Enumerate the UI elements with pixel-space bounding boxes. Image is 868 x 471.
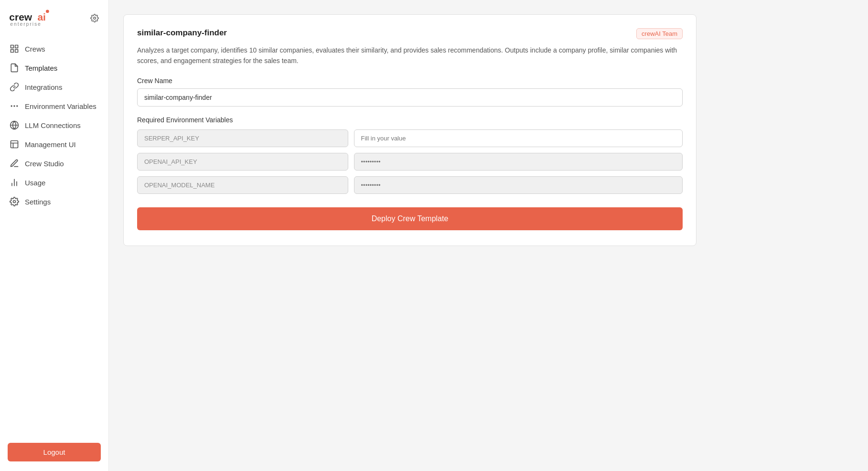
svg-rect-7 bbox=[11, 50, 14, 53]
sidebar-item-templates[interactable]: Templates bbox=[0, 58, 108, 77]
llm-icon bbox=[10, 120, 19, 130]
templates-icon bbox=[10, 63, 19, 73]
management-icon bbox=[10, 139, 19, 149]
env-vars-icon bbox=[10, 101, 19, 111]
usage-icon bbox=[10, 178, 19, 187]
sidebar-item-env-vars-label: Environment Variables bbox=[25, 102, 96, 110]
svg-point-11 bbox=[11, 106, 12, 107]
sidebar-item-usage-label: Usage bbox=[25, 179, 45, 187]
env-row-serper bbox=[137, 129, 683, 147]
crews-icon bbox=[10, 44, 19, 54]
svg-point-20 bbox=[13, 201, 16, 203]
card-description: Analyzes a target company, identifies 10… bbox=[137, 45, 683, 66]
template-card: similar-company-finder crewAI Team Analy… bbox=[123, 14, 697, 246]
env-vars-label: Required Environment Variables bbox=[137, 116, 683, 124]
sidebar-item-crews-label: Crews bbox=[25, 45, 45, 53]
card-title: similar-company-finder bbox=[137, 28, 227, 38]
svg-rect-6 bbox=[15, 45, 18, 48]
sidebar-item-crew-studio-label: Crew Studio bbox=[25, 160, 64, 168]
sidebar-item-management[interactable]: Management UI bbox=[0, 135, 108, 154]
settings-nav-icon bbox=[10, 197, 19, 206]
svg-text:ai: ai bbox=[37, 11, 45, 22]
sidebar-item-integrations[interactable]: Integrations bbox=[0, 77, 108, 96]
sidebar-item-llm-label: LLM Connections bbox=[25, 121, 81, 129]
sidebar-item-crews[interactable]: Crews bbox=[0, 39, 108, 58]
crew-name-label: Crew Name bbox=[137, 77, 683, 85]
sidebar-item-templates-label: Templates bbox=[25, 64, 57, 72]
svg-point-10 bbox=[17, 106, 18, 107]
sidebar-item-usage[interactable]: Usage bbox=[0, 173, 108, 192]
main-content: similar-company-finder crewAI Team Analy… bbox=[109, 0, 868, 471]
env-row-openai-key bbox=[137, 153, 683, 171]
svg-point-2 bbox=[46, 10, 49, 13]
env-vars-section: Required Environment Variables bbox=[137, 116, 683, 194]
crewai-logo: crew ai enterprise bbox=[8, 9, 75, 28]
integrations-icon bbox=[10, 82, 19, 92]
env-key-openai-key bbox=[137, 153, 348, 171]
sidebar-footer: Logout bbox=[0, 433, 108, 471]
crew-name-section: Crew Name bbox=[137, 77, 683, 107]
settings-gear-button[interactable] bbox=[88, 12, 101, 24]
card-header: similar-company-finder crewAI Team bbox=[137, 28, 683, 39]
sidebar-item-llm[interactable]: LLM Connections bbox=[0, 116, 108, 135]
deploy-button[interactable]: Deploy Crew Template bbox=[137, 207, 683, 230]
env-value-serper[interactable] bbox=[354, 129, 683, 147]
sidebar-nav: Crews Templates Integrations bbox=[0, 35, 108, 433]
crew-name-input[interactable] bbox=[137, 88, 683, 107]
svg-rect-14 bbox=[11, 141, 18, 148]
svg-text:enterprise: enterprise bbox=[10, 21, 42, 27]
sidebar: crew ai enterprise Crews bbox=[0, 0, 109, 471]
sidebar-item-integrations-label: Integrations bbox=[25, 83, 62, 91]
sidebar-logo-area: crew ai enterprise bbox=[0, 0, 108, 35]
svg-point-4 bbox=[94, 17, 96, 20]
sidebar-item-management-label: Management UI bbox=[25, 140, 76, 149]
studio-icon bbox=[10, 159, 19, 168]
env-key-serper bbox=[137, 129, 348, 147]
env-key-openai-model bbox=[137, 176, 348, 194]
gear-icon bbox=[90, 14, 99, 22]
sidebar-item-crew-studio[interactable]: Crew Studio bbox=[0, 154, 108, 173]
sidebar-item-settings[interactable]: Settings bbox=[0, 192, 108, 211]
env-value-openai-key bbox=[354, 153, 683, 171]
team-badge: crewAI Team bbox=[636, 28, 683, 39]
env-value-openai-model bbox=[354, 176, 683, 194]
svg-point-9 bbox=[14, 106, 15, 107]
svg-rect-8 bbox=[15, 50, 18, 53]
svg-text:crew: crew bbox=[9, 11, 32, 22]
sidebar-item-settings-label: Settings bbox=[25, 198, 51, 206]
svg-rect-5 bbox=[11, 45, 14, 48]
logout-button[interactable]: Logout bbox=[8, 443, 101, 461]
env-row-openai-model bbox=[137, 176, 683, 194]
sidebar-item-env-vars[interactable]: Environment Variables bbox=[0, 96, 108, 116]
